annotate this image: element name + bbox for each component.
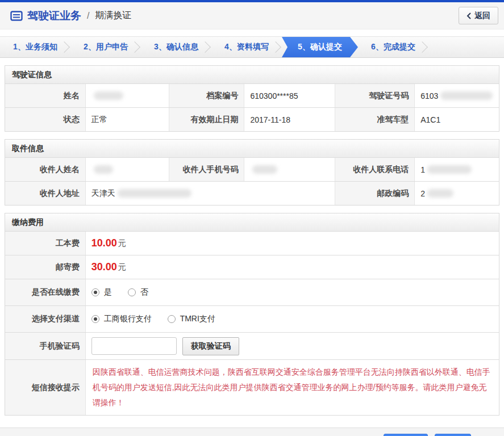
step-tab-3[interactable]: 3、确认信息 bbox=[141, 37, 211, 57]
sms-code-input[interactable] bbox=[91, 337, 177, 355]
redacted-text bbox=[427, 189, 453, 198]
step-label: 4、资料填写 bbox=[224, 42, 269, 52]
recipient-mobile-value bbox=[244, 158, 335, 181]
previous-step-button[interactable]: 上一步 bbox=[384, 434, 428, 436]
step-tab-5-active[interactable]: 5、确认提交 bbox=[282, 37, 358, 57]
table-row: 工本费 10.00元 bbox=[5, 231, 499, 255]
breadcrumb-separator: / bbox=[87, 11, 89, 21]
zip-code-value: 2 bbox=[415, 182, 499, 205]
pickup-section-title: 取件信息 bbox=[5, 140, 499, 157]
file-number-value: 610300****85 bbox=[244, 84, 335, 107]
file-number-label: 档案编号 bbox=[169, 84, 245, 107]
license-info-section: 驾驶证信息 姓名 档案编号 610300****85 驾驶证号码 6103 状态… bbox=[5, 65, 499, 132]
recipient-phone-value: 1 bbox=[415, 158, 499, 181]
vehicle-class-label: 准驾车型 bbox=[335, 108, 415, 131]
table-row: 状态 正常 有效期止日期 2017-11-18 准驾车型 A1C1 bbox=[5, 107, 499, 131]
vehicle-class-value: A1C1 bbox=[415, 108, 499, 131]
zip-code-label: 邮政编码 bbox=[335, 182, 415, 205]
radio-option-icbc[interactable]: 工商银行支付 bbox=[91, 314, 152, 324]
recipient-address-label: 收件人地址 bbox=[5, 182, 86, 205]
sms-notice-text: 因陕西省联通、电信运营商技术问题，陕西省互联网交通安全综合服务管理平台无法向持陕… bbox=[91, 361, 493, 414]
status-value: 正常 bbox=[86, 108, 169, 131]
redacted-text bbox=[118, 189, 191, 198]
redacted-text bbox=[94, 165, 113, 174]
expiry-date-value: 2017-11-18 bbox=[244, 108, 335, 131]
online-payment-options: 是 否 bbox=[86, 279, 499, 305]
name-value bbox=[86, 84, 169, 107]
recipient-phone-label: 收件人联系电话 bbox=[335, 158, 415, 181]
finish-button[interactable]: 完成 bbox=[435, 434, 471, 436]
step-tab-1[interactable]: 1、业务须知 bbox=[0, 37, 70, 57]
fees-section: 缴纳费用 工本费 10.00元 邮寄费 30.00元 是否在线缴费 是 否 bbox=[5, 213, 499, 416]
get-sms-code-button[interactable]: 获取验证码 bbox=[182, 337, 239, 355]
production-cost-amount: 10.00 bbox=[91, 237, 117, 249]
breadcrumb: 驾驶证业务 / 期满换证 bbox=[10, 9, 131, 23]
sms-notice-cell: 因陕西省联通、电信运营商技术问题，陕西省互联网交通安全综合服务管理平台无法向持陕… bbox=[86, 360, 499, 415]
radio-unselected-icon[interactable] bbox=[128, 288, 136, 296]
redacted-text bbox=[427, 165, 472, 174]
recipient-mobile-label: 收件人手机号码 bbox=[169, 158, 245, 181]
table-row: 邮寄费 30.00元 bbox=[5, 255, 499, 279]
production-cost-value: 10.00元 bbox=[86, 232, 499, 255]
postage-fee-label: 邮寄费 bbox=[5, 255, 86, 279]
sms-notice-label: 短信接收提示 bbox=[5, 360, 86, 415]
radio-unselected-icon[interactable] bbox=[168, 315, 176, 323]
page-title: 驾驶证业务 bbox=[27, 9, 81, 23]
step-label: 6、完成提交 bbox=[371, 42, 415, 52]
license-number-label: 驾驶证号码 bbox=[335, 84, 415, 107]
step-label: 2、用户申告 bbox=[84, 42, 128, 52]
currency-unit: 元 bbox=[118, 262, 126, 272]
radio-option-no[interactable]: 否 bbox=[128, 287, 148, 297]
redacted-text bbox=[252, 165, 277, 174]
radio-option-yes[interactable]: 是 bbox=[91, 287, 112, 297]
table-row: 手机验证码 获取验证码 bbox=[5, 332, 499, 359]
fees-section-title: 缴纳费用 bbox=[5, 213, 499, 231]
radio-label: TMRI支付 bbox=[180, 314, 215, 324]
wizard-steps: 1、业务须知 2、用户申告 3、确认信息 4、资料填写 5、确认提交 6、完成提… bbox=[0, 36, 504, 58]
status-label: 状态 bbox=[5, 108, 86, 131]
table-row: 选择支付渠道 工商银行支付 TMRI支付 bbox=[5, 305, 499, 332]
radio-selected-icon[interactable] bbox=[91, 315, 99, 323]
chevron-left-icon bbox=[466, 12, 471, 19]
step-tab-4[interactable]: 4、资料填写 bbox=[211, 37, 282, 57]
table-row: 收件人地址 天津天 邮政编码 2 bbox=[5, 181, 499, 205]
table-row: 收件人姓名 收件人手机号码 收件人联系电话 1 bbox=[5, 157, 499, 181]
license-section-title: 驾驶证信息 bbox=[5, 66, 499, 83]
redacted-text bbox=[440, 91, 493, 100]
page-header: 驾驶证业务 / 期满换证 返回 bbox=[0, 2, 504, 30]
currency-unit: 元 bbox=[118, 238, 126, 249]
step-label: 5、确认提交 bbox=[298, 42, 342, 52]
footer-action-bar: 上一步 完成 bbox=[0, 427, 504, 436]
recipient-name-label: 收件人姓名 bbox=[5, 158, 86, 181]
radio-label: 是 bbox=[104, 287, 112, 297]
step-label: 3、确认信息 bbox=[154, 42, 198, 52]
step-label: 1、业务须知 bbox=[13, 42, 57, 52]
payment-channel-label: 选择支付渠道 bbox=[5, 306, 86, 332]
radio-option-tmri[interactable]: TMRI支付 bbox=[168, 314, 215, 324]
payment-channel-options: 工商银行支付 TMRI支付 bbox=[86, 306, 499, 332]
table-row: 姓名 档案编号 610300****85 驾驶证号码 6103 bbox=[5, 83, 499, 107]
production-cost-label: 工本费 bbox=[5, 232, 86, 255]
online-payment-label: 是否在线缴费 bbox=[5, 279, 86, 305]
postage-fee-amount: 30.00 bbox=[91, 261, 117, 273]
radio-label: 否 bbox=[140, 287, 148, 297]
license-number-value: 6103 bbox=[415, 84, 499, 107]
step-tab-2[interactable]: 2、用户申告 bbox=[70, 37, 141, 57]
list-document-icon bbox=[10, 10, 23, 22]
table-row: 是否在线缴费 是 否 bbox=[5, 279, 499, 305]
expiry-date-label: 有效期止日期 bbox=[169, 108, 245, 131]
sms-code-label: 手机验证码 bbox=[5, 333, 86, 359]
back-button-label: 返回 bbox=[474, 11, 490, 21]
page-subtitle: 期满换证 bbox=[95, 10, 131, 22]
radio-label: 工商银行支付 bbox=[104, 314, 152, 324]
recipient-name-value bbox=[86, 158, 169, 181]
back-button[interactable]: 返回 bbox=[459, 7, 498, 24]
pickup-info-section: 取件信息 收件人姓名 收件人手机号码 收件人联系电话 1 收件人地址 天津天 邮… bbox=[5, 139, 499, 206]
recipient-address-value: 天津天 bbox=[86, 182, 336, 205]
name-label: 姓名 bbox=[5, 84, 86, 107]
sms-code-field: 获取验证码 bbox=[86, 333, 499, 359]
radio-selected-icon[interactable] bbox=[91, 288, 99, 296]
step-tab-6[interactable]: 6、完成提交 bbox=[358, 37, 428, 57]
table-row: 短信接收提示 因陕西省联通、电信运营商技术问题，陕西省互联网交通安全综合服务管理… bbox=[5, 359, 499, 415]
postage-fee-value: 30.00元 bbox=[86, 255, 499, 279]
